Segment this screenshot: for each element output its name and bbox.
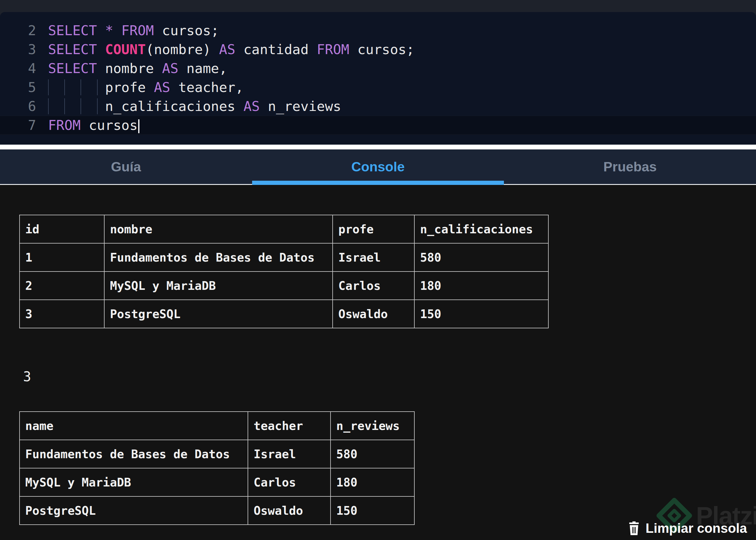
tab-guia[interactable]: Guía (0, 159, 252, 175)
sql-course-workspace: 2SELECT * FROM cursos;3SELECT COUNT(nomb… (0, 0, 756, 540)
line-number: 5 (0, 78, 36, 97)
code-line[interactable]: 2SELECT * FROM cursos; (0, 21, 756, 40)
table-cell: 580 (331, 440, 414, 468)
table-cell: Carlos (333, 272, 414, 300)
line-number: 3 (0, 40, 36, 59)
column-header: nombre (104, 215, 333, 243)
code-area[interactable]: 2SELECT * FROM cursos;3SELECT COUNT(nomb… (0, 21, 756, 135)
line-number: 2 (0, 21, 36, 40)
table-cell: 2 (20, 272, 104, 300)
table-header-row: nameteachern_reviews (20, 412, 414, 440)
table-cell: PostgreSQL (20, 496, 248, 525)
table-cell: 150 (414, 300, 548, 328)
table-cell: 180 (331, 468, 414, 496)
table-cell: Oswaldo (248, 496, 331, 525)
table-cell: 3 (20, 300, 104, 328)
line-number: 6 (0, 97, 36, 116)
table-cell: 580 (414, 243, 548, 272)
console-panel: Platzi idnombreprofen_calificaciones1Fun… (0, 185, 756, 540)
text-cursor (138, 119, 140, 133)
code-line[interactable]: 7FROM cursos (0, 116, 756, 135)
panel-divider (0, 145, 756, 149)
tab-pruebas[interactable]: Pruebas (504, 159, 756, 175)
tab-console[interactable]: Console (252, 159, 504, 175)
table-cell: Oswaldo (333, 300, 414, 328)
code-text: profe AS teacher, (48, 78, 243, 97)
table-cell: Fundamentos de Bases de Datos (20, 440, 248, 468)
code-line[interactable]: 6 n_calificaciones AS n_reviews (0, 97, 756, 116)
table-cell: PostgreSQL (104, 300, 333, 328)
table-cell: 180 (414, 272, 548, 300)
line-number: 7 (0, 116, 36, 135)
table-cell: 1 (20, 243, 104, 272)
table-cell: MySQL y MariaDB (104, 272, 333, 300)
code-text: n_calificaciones AS n_reviews (48, 97, 341, 116)
clear-console-button[interactable]: Limpiar consola (628, 521, 747, 536)
code-text: SELECT COUNT(nombre) AS cantidad FROM cu… (48, 40, 414, 59)
column-header: n_reviews (331, 412, 414, 440)
column-header: profe (333, 215, 414, 243)
active-tab-underline (252, 181, 504, 185)
table-row: 1Fundamentos de Bases de DatosIsrael580 (20, 243, 548, 272)
table-row: PostgreSQLOswaldo150 (20, 496, 414, 525)
table-cell: Israel (333, 243, 414, 272)
table-cell: Israel (248, 440, 331, 468)
column-header: n_calificaciones (414, 215, 548, 243)
table-cell: Carlos (248, 468, 331, 496)
table-row: Fundamentos de Bases de DatosIsrael580 (20, 440, 414, 468)
table-row: MySQL y MariaDBCarlos180 (20, 468, 414, 496)
table-header-row: idnombreprofen_calificaciones (20, 215, 548, 243)
sql-editor[interactable]: 2SELECT * FROM cursos;3SELECT COUNT(nomb… (0, 12, 756, 145)
table-cell: MySQL y MariaDB (20, 468, 248, 496)
table-cell: 150 (331, 496, 414, 525)
code-line[interactable]: 5 profe AS teacher, (0, 78, 756, 97)
table-cell: Fundamentos de Bases de Datos (104, 243, 333, 272)
table-row: 2MySQL y MariaDBCarlos180 (20, 272, 548, 300)
trash-icon (628, 521, 640, 536)
column-header: teacher (248, 412, 331, 440)
code-text: SELECT * FROM cursos; (48, 21, 219, 40)
count-result: 3 (23, 369, 31, 384)
editor-section: 2SELECT * FROM cursos;3SELECT COUNT(nomb… (0, 0, 756, 145)
code-line[interactable]: 3SELECT COUNT(nombre) AS cantidad FROM c… (0, 40, 756, 59)
column-header: id (20, 215, 104, 243)
clear-console-label: Limpiar consola (646, 521, 747, 536)
tab-bar: GuíaConsolePruebas (0, 149, 756, 185)
result-table-cursos: idnombreprofen_calificaciones1Fundamento… (19, 215, 549, 328)
column-header: name (20, 412, 248, 440)
line-number: 4 (0, 59, 36, 78)
code-text: FROM cursos (48, 116, 140, 135)
table-row: 3PostgreSQLOswaldo150 (20, 300, 548, 328)
code-line[interactable]: 4SELECT nombre AS name, (0, 59, 756, 78)
result-table-alias: nameteachern_reviewsFundamentos de Bases… (19, 411, 415, 525)
code-text: SELECT nombre AS name, (48, 59, 227, 78)
